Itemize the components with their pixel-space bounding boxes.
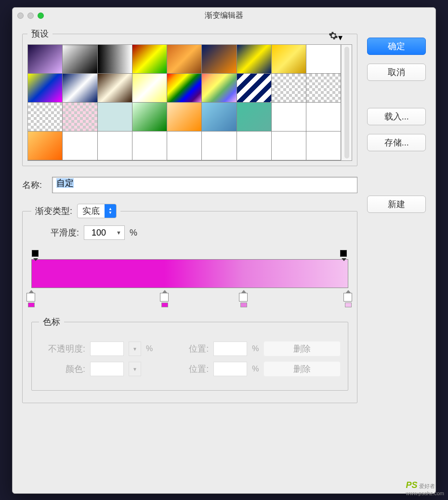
stops-fieldset: 色标 不透明度: ▼ % 位置: % 删除 颜色: [31, 316, 348, 391]
color-label: 颜色: [39, 363, 85, 375]
delete-opacity-button: 删除 [264, 341, 341, 356]
preset-swatch-11[interactable] [98, 74, 132, 103]
preset-swatch-16[interactable] [272, 74, 306, 103]
presets-menu-icon[interactable]: ▾ [329, 31, 343, 43]
preset-swatch-6[interactable] [237, 45, 272, 74]
preset-swatch-27[interactable] [28, 132, 63, 160]
presets-scrollbar[interactable] [341, 45, 352, 160]
preset-swatch-20[interactable] [98, 103, 132, 132]
preset-swatch-10[interactable] [63, 74, 97, 103]
preset-swatch-empty [132, 132, 167, 160]
gradient-preview-area [31, 250, 348, 307]
preset-swatch-15[interactable] [237, 74, 272, 103]
gradient-type-label: 渐变类型: [35, 205, 72, 217]
opacity-stop-left[interactable] [31, 250, 40, 258]
color-stop-1[interactable] [160, 293, 170, 307]
name-label: 名称: [22, 179, 46, 191]
preset-swatch-21[interactable] [132, 103, 167, 132]
color-stop-0[interactable] [26, 293, 36, 307]
preset-swatch-1[interactable] [63, 45, 97, 74]
preset-swatch-14[interactable] [202, 74, 237, 103]
new-button[interactable]: 新建 [367, 196, 426, 213]
preset-swatch-9[interactable] [28, 74, 63, 103]
position-label-1: 位置: [162, 343, 209, 355]
preset-swatch-24[interactable] [237, 103, 272, 132]
ok-button[interactable]: 确定 [367, 38, 426, 55]
preset-swatch-22[interactable] [167, 103, 202, 132]
smoothness-label: 平滑度: [51, 227, 79, 238]
chevron-down-icon: ▼ [129, 342, 141, 356]
preset-swatch-3[interactable] [132, 45, 167, 74]
gradient-type-select[interactable]: 实底 ▲▼ [77, 204, 117, 218]
presets-grid [27, 44, 352, 161]
preset-swatch-26[interactable] [306, 103, 341, 132]
preset-swatch-5[interactable] [202, 45, 237, 74]
preset-swatch-19[interactable] [63, 103, 97, 132]
load-button[interactable]: 载入... [367, 108, 426, 125]
presets-legend: 预设 [27, 28, 53, 39]
presets-fieldset: 预设 ▾ [22, 28, 357, 166]
preset-swatch-empty [167, 132, 202, 160]
name-input[interactable]: 自定 [52, 177, 357, 193]
delete-color-button: 删除 [264, 361, 341, 377]
select-arrows-icon: ▲▼ [105, 204, 116, 218]
titlebar: 渐变编辑器 [13, 8, 435, 23]
preset-swatch-empty [272, 132, 306, 160]
chevron-down-icon: ▼ [129, 362, 141, 376]
preset-swatch-empty [63, 132, 97, 160]
color-stop-2[interactable] [239, 293, 249, 307]
opacity-position-value [213, 342, 247, 356]
pct-label: % [130, 228, 137, 238]
preset-swatch-empty [202, 132, 237, 160]
preset-swatch-4[interactable] [167, 45, 202, 74]
preset-swatch-13[interactable] [167, 74, 202, 103]
color-value [90, 362, 124, 376]
color-stop-3[interactable] [343, 293, 353, 307]
preset-swatch-2[interactable] [98, 45, 132, 74]
preset-swatch-empty [306, 132, 341, 160]
chevron-down-icon: ▼ [113, 230, 124, 236]
color-position-value [213, 362, 247, 376]
preset-swatch-17[interactable] [306, 74, 341, 103]
opacity-label: 不透明度: [39, 343, 85, 355]
preset-swatch-empty [237, 132, 272, 160]
window-title: 渐变编辑器 [13, 11, 435, 21]
color-row: 颜色: ▼ % 位置: % 删除 [39, 361, 341, 377]
gradient-editor-dialog: 渐变编辑器 预设 ▾ 名称: 自定 渐变类型: [12, 7, 436, 494]
smoothness-input[interactable]: ▼ [84, 225, 125, 240]
cancel-button[interactable]: 取消 [367, 64, 426, 81]
preset-swatch-empty [98, 132, 132, 160]
preset-swatch-0[interactable] [28, 45, 63, 74]
preset-swatch-7[interactable] [272, 45, 306, 74]
preset-swatch-25[interactable] [272, 103, 306, 132]
preset-swatch-18[interactable] [28, 103, 63, 132]
save-button[interactable]: 存储... [367, 134, 426, 151]
gradient-bar[interactable] [31, 259, 348, 288]
opacity-value [90, 342, 124, 356]
stops-legend: 色标 [39, 316, 64, 328]
opacity-row: 不透明度: ▼ % 位置: % 删除 [39, 341, 341, 356]
preset-swatch-8[interactable] [306, 45, 341, 74]
name-row: 名称: 自定 [22, 177, 357, 193]
opacity-stop-right[interactable] [340, 250, 348, 258]
watermark: PS 爱好者 www.psahz.com [406, 480, 444, 496]
gradient-type-fieldset: 渐变类型: 实底 ▲▼ 平滑度: ▼ % [22, 204, 357, 403]
button-column: 确定 取消 载入... 存储... 新建 [367, 28, 426, 403]
position-label-2: 位置: [162, 363, 209, 375]
preset-swatch-12[interactable] [132, 74, 167, 103]
preset-swatch-23[interactable] [202, 103, 237, 132]
